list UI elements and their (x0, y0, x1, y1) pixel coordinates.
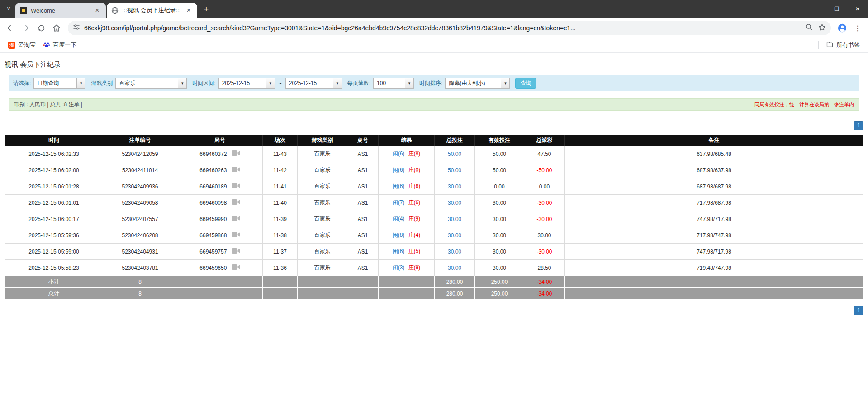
tab-betrecord[interactable]: :::视讯 会员下注纪录::: ✕ (107, 3, 197, 18)
search-button[interactable]: 查询 (515, 78, 536, 89)
chevron-down-icon[interactable]: ▾ (266, 78, 275, 88)
welcome-favicon (20, 7, 27, 14)
site-settings-icon[interactable] (72, 23, 81, 33)
reload-button[interactable] (34, 21, 48, 35)
column-header: 局号 (177, 135, 263, 146)
cell-bet-id: 523042412059 (103, 146, 177, 162)
cell-note: 719.48/747.98 (565, 260, 863, 276)
cell-bet-id: 523042411014 (103, 162, 177, 178)
total-bet-link[interactable]: 50.00 (448, 167, 461, 174)
result-banker: 庄(6) (408, 183, 421, 189)
address-bar[interactable]: 66cxkj98.com/ipl/portal.php/game/betreco… (68, 21, 831, 35)
date-from-select[interactable]: 2025-12-15 ▾ (218, 78, 275, 89)
zoom-indicator-icon[interactable] (805, 23, 813, 33)
menu-icon[interactable]: ⋮ (851, 21, 864, 35)
column-header: 桌号 (347, 135, 379, 146)
cell-time: 2025-12-15 05:59:00 (5, 244, 103, 260)
total-bet-link[interactable]: 30.00 (448, 200, 461, 206)
chevron-down-icon[interactable]: ▾ (178, 78, 186, 88)
chevron-down-icon[interactable]: ▾ (333, 78, 342, 88)
cell-note: 747.98/717.98 (565, 244, 863, 260)
close-tab-icon[interactable]: ✕ (185, 6, 193, 14)
profile-avatar[interactable] (835, 21, 849, 35)
home-button[interactable] (50, 21, 63, 35)
cell-total-bet: 30.00 (435, 178, 475, 195)
cell-time: 2025-12-15 06:00:17 (5, 211, 103, 227)
close-tab-icon[interactable]: ✕ (93, 6, 101, 14)
cell-payout: -50.00 (524, 162, 565, 178)
total-bet-link[interactable]: 30.00 (448, 232, 461, 239)
video-replay-icon[interactable] (232, 199, 240, 207)
table-row: 2025-12-15 05:59:36 523042406208 6694598… (5, 227, 863, 244)
tab-search-chevron-icon[interactable]: ˅ (3, 3, 14, 15)
chevron-down-icon[interactable]: ▾ (501, 78, 509, 88)
cell-table-no: AS1 (347, 146, 379, 162)
bookmark-aitaobao[interactable]: 淘 爱淘宝 (5, 39, 39, 51)
video-replay-icon[interactable] (232, 166, 240, 174)
cell-game-type: 百家乐 (298, 178, 347, 195)
all-bookmarks-label: 所有书签 (836, 41, 860, 49)
video-replay-icon[interactable] (232, 264, 240, 272)
date-from-value: 2025-12-15 (219, 78, 266, 88)
maximize-button[interactable]: ❐ (826, 0, 847, 18)
summary-notice: 同局有效投注，统一计算在该局第一张注单内 (754, 101, 854, 108)
total-bet-link[interactable]: 30.00 (448, 216, 461, 222)
total-bet-link[interactable]: 30.00 (448, 183, 461, 190)
cell-result: 闲(6) 庄(5) (379, 244, 435, 260)
video-replay-icon[interactable] (232, 150, 240, 158)
video-replay-icon[interactable] (232, 248, 240, 255)
minimize-button[interactable]: ─ (806, 0, 826, 18)
result-banker: 庄(9) (408, 264, 421, 271)
total-label: 总计 (5, 288, 103, 300)
column-header: 结果 (379, 135, 435, 146)
address-bar-icons (805, 23, 826, 33)
tab-title: Welcome (31, 7, 90, 14)
cell-note: 717.98/687.98 (565, 195, 863, 211)
page-1-button[interactable]: 1 (854, 121, 863, 130)
url-text[interactable]: 66cxkj98.com/ipl/portal.php/game/betreco… (84, 24, 802, 32)
total-bet-link[interactable]: 50.00 (448, 151, 461, 157)
round-id-text: 669459757 (199, 249, 227, 255)
chevron-down-icon[interactable]: ▾ (405, 78, 413, 88)
bookmark-baidu[interactable]: 百度一下 (39, 39, 80, 52)
taobao-icon: 淘 (8, 42, 15, 49)
cell-bet-id: 523042403781 (103, 260, 177, 276)
cell-round-id: 669459868 (177, 227, 263, 244)
forward-button[interactable] (19, 21, 33, 35)
page-title: 视讯 会员下注纪录 (5, 61, 863, 69)
select-label: 请选择: (13, 80, 31, 87)
video-replay-icon[interactable] (232, 215, 240, 223)
round-id-text: 669460372 (199, 151, 227, 157)
per-page-value: 100 (374, 78, 405, 88)
cell-table-no: AS1 (347, 227, 379, 244)
all-bookmarks-button[interactable]: 所有书签 (822, 39, 863, 52)
date-to-select[interactable]: 2025-12-15 ▾ (285, 78, 342, 89)
bookmarks-bar: 淘 爱淘宝 百度一下 所有书签 (0, 38, 868, 53)
cell-note: 687.98/637.98 (565, 162, 863, 178)
chevron-down-icon[interactable]: ▾ (76, 78, 85, 88)
cell-total-bet: 30.00 (435, 211, 475, 227)
subtotal-count: 8 (103, 276, 177, 288)
empty-cell (565, 276, 863, 288)
bookmark-star-icon[interactable] (818, 23, 826, 33)
cell-round-id: 669460263 (177, 162, 263, 178)
per-page-select[interactable]: 100 ▾ (373, 78, 414, 89)
total-bet-link[interactable]: 30.00 (448, 265, 461, 271)
bet-records-table: 时间注单编号局号场次游戏类别桌号结果总投注有效投注总派彩备注 2025-12-1… (5, 135, 863, 300)
page-1-button[interactable]: 1 (854, 306, 863, 315)
subtotal-valid-bet: 250.00 (475, 276, 524, 288)
cell-note: 717.98/747.98 (565, 227, 863, 244)
sort-select[interactable]: 降幕(由大到小) ▾ (445, 78, 510, 89)
tab-welcome[interactable]: Welcome ✕ (15, 3, 106, 18)
back-button[interactable] (4, 21, 17, 35)
game-type-select[interactable]: 百家乐 ▾ (115, 78, 187, 89)
close-window-button[interactable]: ✕ (847, 0, 868, 18)
sort-label: 时间排序: (419, 80, 442, 87)
total-bet-link[interactable]: 30.00 (448, 249, 461, 255)
new-tab-button[interactable]: + (200, 3, 213, 16)
cell-result: 闲(4) 庄(9) (379, 211, 435, 227)
video-replay-icon[interactable] (232, 231, 240, 239)
video-replay-icon[interactable] (232, 183, 240, 190)
query-mode-select[interactable]: 日期查询 ▾ (33, 78, 85, 89)
cell-valid-bet: 30.00 (475, 260, 524, 276)
